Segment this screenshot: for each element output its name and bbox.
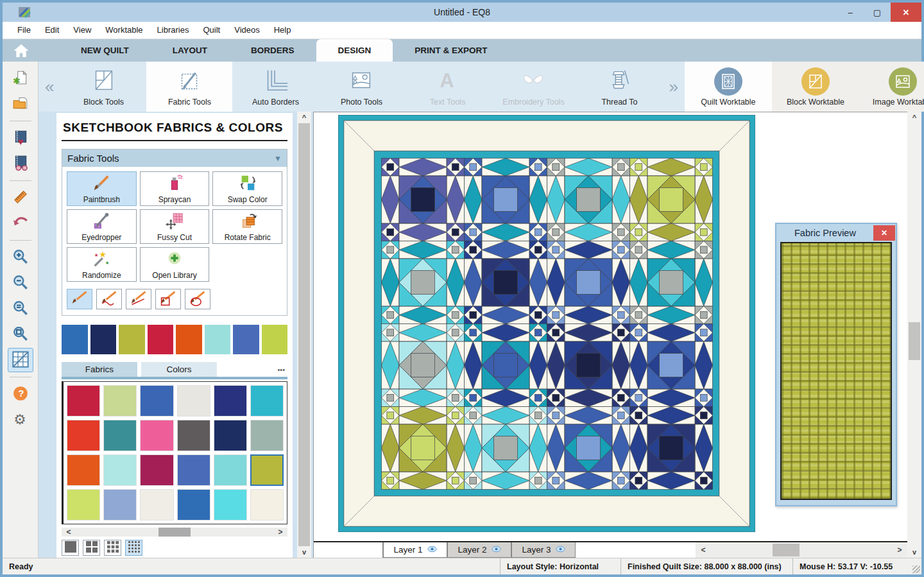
tool-photo[interactable]: Photo Tools — [318, 62, 404, 112]
sidebar-settings-button[interactable]: ⚙ — [8, 408, 33, 432]
button-imagewt[interactable]: Image Worktable — [859, 62, 924, 112]
tab-layer-3[interactable]: Layer 3 — [511, 542, 576, 558]
brush-normal-button[interactable] — [67, 289, 92, 309]
fabric-swatch[interactable] — [214, 385, 247, 417]
fabric-swatch[interactable] — [103, 420, 137, 451]
scroll-tools-left-icon[interactable]: « — [38, 78, 60, 95]
fabric-preview-window[interactable]: Fabric Preview ✕ — [775, 223, 897, 506]
tab-print-export[interactable]: PRINT & EXPORT — [393, 39, 509, 62]
tab-new-quilt[interactable]: NEW QUILT — [59, 39, 151, 62]
tab-fabrics[interactable]: Fabrics — [62, 362, 137, 377]
sketchbook-swatch[interactable] — [90, 325, 117, 354]
swatch-size-3-button[interactable] — [104, 540, 121, 556]
sidebar-zoom-out-button[interactable] — [8, 271, 33, 295]
resize-grip[interactable] — [912, 565, 920, 573]
fabric-swatch[interactable] — [103, 454, 137, 486]
tab-layer-2[interactable]: Layer 2 — [447, 542, 511, 558]
home-button[interactable] — [3, 39, 40, 62]
rotate-tool-button[interactable]: Rotate Fabric — [212, 209, 282, 244]
fabric-swatch[interactable] — [214, 420, 247, 451]
scroll-up-icon[interactable]: ^ — [302, 112, 306, 123]
tool-embroidery[interactable]: Embroidery Tools — [490, 62, 576, 112]
eye-icon[interactable] — [427, 545, 437, 555]
menu-videos[interactable]: Videos — [227, 22, 267, 39]
scroll-right-icon[interactable]: > — [273, 528, 287, 537]
menu-quilt[interactable]: Quilt — [196, 22, 227, 39]
tool-autoborder[interactable]: Auto Borders — [232, 62, 318, 112]
quilt-workspace[interactable]: Fabric Preview ✕ Layer 1Layer 2Layer 3 <… — [313, 112, 907, 558]
sketchbook-swatch[interactable] — [62, 325, 88, 354]
scroll-down-icon[interactable]: v — [912, 546, 916, 558]
tab-borders[interactable]: BORDERS — [229, 39, 316, 62]
sidebar-measure-button[interactable] — [8, 185, 33, 210]
workspace-hscrollbar[interactable]: < > — [696, 542, 907, 558]
button-blockwt[interactable]: Block Worktable — [772, 62, 859, 112]
tool-block[interactable]: Block Tools — [60, 62, 146, 112]
sketchbook-swatch[interactable] — [233, 325, 259, 354]
fabric-swatch[interactable] — [214, 489, 247, 521]
fabric-swatch[interactable] — [177, 420, 210, 451]
fabric-swatch[interactable] — [214, 454, 247, 486]
fabric-swatch[interactable] — [250, 489, 284, 521]
button-quiltwt[interactable]: Quilt Worktable — [685, 62, 772, 112]
fabric-swatch[interactable] — [67, 454, 100, 486]
tool-text[interactable]: AText Tools — [404, 62, 490, 112]
fabric-tools-header[interactable]: Fabric Tools ▼ — [62, 150, 287, 167]
workspace-vscrollbar[interactable]: ^ v — [907, 112, 921, 558]
menu-edit[interactable]: Edit — [38, 22, 66, 39]
fabric-swatch[interactable] — [250, 420, 284, 451]
brush-ellipse-button[interactable] — [185, 289, 210, 309]
scroll-tools-right-icon[interactable]: » — [662, 78, 684, 95]
sidebar-undo-button[interactable] — [8, 211, 33, 236]
menu-libraries[interactable]: Libraries — [150, 22, 196, 39]
menu-view[interactable]: View — [66, 22, 98, 39]
sketchbook-swatch[interactable] — [119, 325, 145, 354]
menu-worktable[interactable]: Worktable — [98, 22, 150, 39]
openlib-tool-button[interactable]: Open Library — [140, 247, 210, 282]
sidebar-new-project-button[interactable]: ✱ — [8, 66, 33, 90]
tab-layout[interactable]: LAYOUT — [151, 39, 229, 62]
swatch-size-4-button[interactable] — [125, 540, 142, 556]
fabric-swatch-selected[interactable] — [250, 454, 284, 486]
sidebar-fit-to-screen-button[interactable] — [8, 297, 33, 321]
sketchbook-swatch[interactable] — [148, 325, 174, 354]
eye-icon[interactable] — [492, 545, 501, 555]
swap-tool-button[interactable]: Swap Color — [212, 171, 282, 206]
scroll-up-icon[interactable]: ^ — [912, 112, 916, 123]
scroll-left-icon[interactable]: < — [696, 546, 711, 555]
fabric-preview-titlebar[interactable]: Fabric Preview ✕ — [776, 224, 896, 242]
fussy-tool-button[interactable]: Fussy Cut — [140, 209, 210, 244]
menu-file[interactable]: File — [10, 22, 38, 39]
fabric-swatch[interactable] — [140, 420, 173, 451]
sidebar-open-project-button[interactable] — [8, 92, 33, 116]
scroll-right-icon[interactable]: > — [892, 546, 907, 555]
tool-thread[interactable]: Thread To — [576, 62, 662, 112]
fabric-swatch[interactable] — [103, 385, 137, 417]
scroll-left-icon[interactable]: < — [62, 528, 76, 537]
sketchbook-swatch[interactable] — [176, 325, 202, 354]
tab-design[interactable]: DESIGN — [316, 39, 393, 62]
sketchbook-swatch[interactable] — [262, 325, 288, 354]
sidebar-help-button[interactable]: ? — [8, 382, 33, 406]
sidebar-zoom-in-button[interactable] — [8, 245, 33, 270]
fabric-swatch[interactable] — [177, 454, 210, 486]
tab-colors[interactable]: Colors — [141, 362, 217, 377]
fabric-swatch[interactable] — [177, 489, 210, 521]
sketchbook-swatch[interactable] — [205, 325, 231, 354]
fabric-swatch[interactable] — [67, 489, 100, 521]
eyedropper-tool-button[interactable]: Eyedropper — [67, 209, 137, 244]
spraycan-tool-button[interactable]: Spraycan — [140, 171, 210, 206]
sidebar-save-to-sketchbook-button[interactable]: ♥ — [8, 126, 33, 150]
fabric-preview-close-button[interactable]: ✕ — [873, 225, 895, 241]
paintbrush-tool-button[interactable]: Paintbrush — [67, 171, 137, 206]
scroll-down-icon[interactable]: v — [302, 546, 306, 558]
close-button[interactable]: ✕ — [891, 3, 921, 22]
eye-icon[interactable] — [556, 545, 565, 555]
maximize-button[interactable]: ▢ — [864, 3, 891, 22]
sidebar-zoom-area-button[interactable] — [8, 322, 33, 347]
quilt-design[interactable] — [338, 115, 755, 534]
fabric-swatch[interactable] — [103, 489, 137, 521]
menu-help[interactable]: Help — [267, 22, 298, 39]
randomize-tool-button[interactable]: ★★★Randomize — [67, 247, 137, 282]
swatch-size-1-button[interactable] — [62, 540, 79, 556]
